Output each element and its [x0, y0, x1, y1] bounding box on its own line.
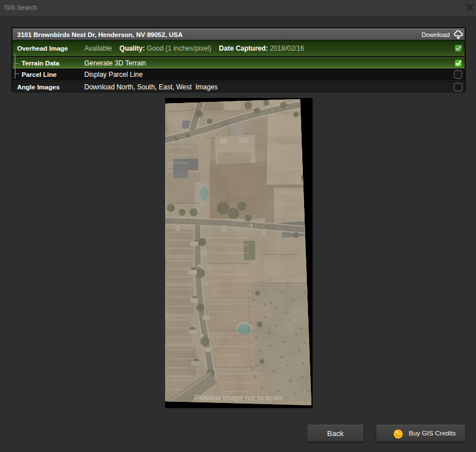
svg-text:Preview image not to scale: Preview image not to scale	[194, 393, 282, 402]
